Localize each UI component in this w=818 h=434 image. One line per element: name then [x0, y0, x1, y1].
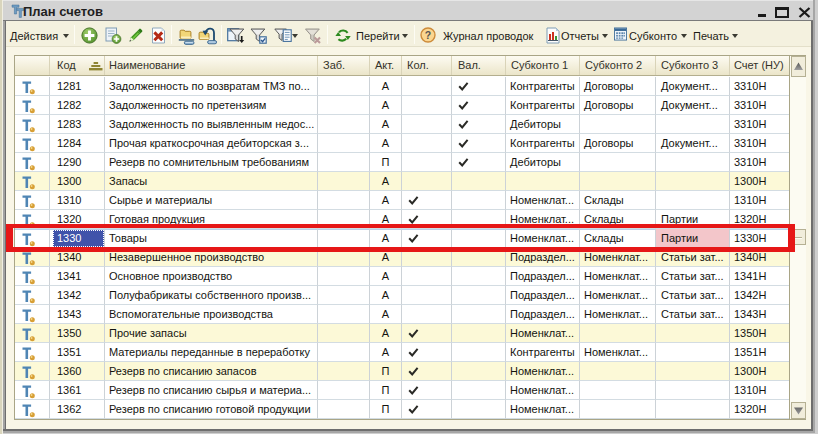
svg-text:?: ?: [425, 29, 431, 41]
